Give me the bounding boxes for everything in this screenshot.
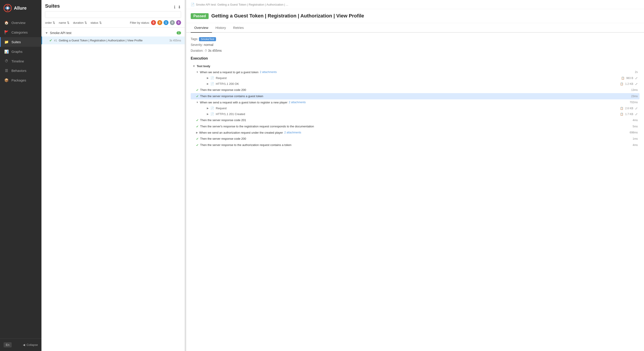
sidebar-item-categories[interactable]: 🚩 Categories — [0, 27, 42, 37]
step5-duration: 4ms — [632, 119, 638, 122]
sidebar-item-behaviors[interactable]: ☰ Behaviors — [0, 66, 42, 75]
fullscreen-icon-4-1[interactable]: ⤢ — [635, 107, 638, 110]
overview-label: Overview — [12, 21, 26, 25]
categories-label: Categories — [12, 30, 28, 34]
step6-check-icon: ✔ — [196, 125, 199, 128]
attachment-1-2-text: HTTP/1.1 200 OK — [216, 82, 239, 85]
file-icon-1-2: 📄 — [210, 82, 214, 85]
step1-duration: 2s — [635, 70, 638, 74]
filter-badge-unknown[interactable]: 0 — [176, 20, 181, 25]
breadcrumb-doc-icon: 📄 — [191, 3, 194, 6]
packages-icon: 📦 — [4, 78, 9, 82]
test-number: #1 — [54, 39, 57, 42]
tab-history[interactable]: History — [212, 23, 230, 33]
content-area: Suites ℹ ⬇ order ⇅ name ⇅ — [42, 0, 644, 351]
test-body-group: ▼ Test body ▼ When we send a request to … — [191, 63, 640, 148]
attachment-row-4-1[interactable]: ▶ 📄 Request 📋 2.6 KB ⤢ — [191, 105, 640, 111]
execution-title: Execution — [191, 56, 640, 60]
sort-status-icon: ⇅ — [99, 21, 102, 24]
step3-text: Then the server response contains a gues… — [200, 94, 263, 98]
suites-toolbar: order ⇅ name ⇅ duration ⇅ status ⇅ — [45, 20, 181, 25]
download-icon[interactable]: ⬇ — [178, 5, 181, 10]
sort-order-button[interactable]: order ⇅ — [45, 21, 55, 24]
step2-check-icon: ✔ — [196, 88, 199, 92]
tab-overview[interactable]: Overview — [191, 23, 212, 33]
step2-text: Then the server response code 200 — [200, 88, 246, 91]
duration-label: duration — [73, 21, 84, 24]
suites-panel: Suites ℹ ⬇ order ⇅ name ⇅ — [42, 0, 185, 351]
fullscreen-icon-1-1[interactable]: ⤢ — [635, 76, 638, 80]
step-row-7[interactable]: ▶ When we send an authorization request … — [191, 130, 640, 136]
language-button[interactable]: En — [4, 342, 12, 348]
sidebar-item-suites[interactable]: 📁 Suites — [0, 37, 42, 47]
test-body-label: Test body — [197, 64, 210, 68]
passed-badge: Passed — [191, 13, 208, 19]
step1-chevron-icon: ▼ — [196, 71, 198, 73]
collapse-button[interactable]: ◀ Collapse — [23, 343, 38, 347]
clock-icon: ⏱ — [204, 49, 207, 52]
file-size-icon-4-1: 📋 — [620, 107, 624, 110]
test-body-header[interactable]: ▼ Test body — [191, 63, 640, 69]
logo-text: Allure — [14, 5, 27, 11]
sidebar-item-timeline[interactable]: ⏱ Timeline — [0, 56, 42, 66]
step-row-1[interactable]: ▼ When we send a request to get a guest … — [191, 69, 640, 75]
filter-badge-failed[interactable]: 0 — [151, 20, 156, 25]
step7-chevron-icon: ▶ — [196, 131, 198, 134]
test-duration: 3s 455ms — [170, 39, 181, 42]
sidebar-item-packages[interactable]: 📦 Packages — [0, 75, 42, 85]
sort-order-icon: ⇅ — [53, 21, 55, 24]
detail-header: Passed Getting a Guest Token | Registrat… — [186, 9, 644, 23]
step-row-6[interactable]: ✔ Then the server's response to the regi… — [191, 123, 640, 130]
timeline-label: Timeline — [12, 59, 24, 63]
behaviors-label: Behaviors — [12, 69, 26, 72]
expand-icon-1-1: ▶ — [207, 76, 208, 79]
severity-label: Severity: — [191, 43, 203, 46]
svg-point-1 — [6, 7, 9, 9]
step9-text: Then the server response to the authoriz… — [200, 143, 292, 147]
step-row-4[interactable]: ▼ When we send a request with a guest to… — [191, 99, 640, 105]
step-row-2[interactable]: ✔ Then the server response code 200 13ms — [191, 87, 640, 93]
sidebar-item-graphs[interactable]: 📊 Graphs — [0, 47, 42, 56]
sort-status-button[interactable]: status ⇅ — [90, 21, 102, 24]
attachment-4-2-size: 1.7 KB — [625, 113, 633, 116]
suite-group-header: ▼ Smoke API test 1 — [42, 29, 185, 36]
step-row-5[interactable]: ✔ Then the server response code 201 4ms — [191, 117, 640, 123]
sort-name-button[interactable]: name ⇅ — [59, 21, 70, 24]
info-icon[interactable]: ℹ — [174, 5, 176, 10]
filter-label: Filter by status: — [130, 21, 150, 24]
tab-retries[interactable]: Retries — [230, 23, 248, 33]
collapse-label: Collapse — [26, 343, 38, 347]
step2-duration: 13ms — [631, 88, 638, 91]
attachment-1-2-size: 1.2 KB — [625, 82, 633, 85]
sidebar-item-overview[interactable]: 🏠 Overview — [0, 18, 42, 27]
step7-attachments: 2 attachments — [284, 131, 301, 134]
filter-badge-skipped[interactable]: 0 — [170, 20, 175, 25]
fullscreen-icon-1-2[interactable]: ⤢ — [635, 82, 638, 86]
step5-check-icon: ✔ — [196, 118, 199, 122]
attachment-row-4-2[interactable]: ▶ 📄 HTTP/1.1 201 Created 📋 1.7 KB ⤢ — [191, 111, 640, 117]
filter-badge-broken[interactable]: 0 — [157, 20, 162, 25]
attachment-row-1-2[interactable]: ▶ 📄 HTTP/1.1 200 OK 📋 1.2 KB ⤢ — [191, 81, 640, 87]
attachment-4-1-size: 2.6 KB — [625, 107, 633, 110]
sort-duration-button[interactable]: duration ⇅ — [73, 21, 87, 24]
test-row[interactable]: ✔ #1 Getting a Guest Token | Registratio… — [42, 36, 185, 44]
step5-text: Then the server response code 201 — [200, 118, 246, 122]
fullscreen-icon-4-2[interactable]: ⤢ — [635, 112, 638, 116]
step7-text: When we send an authorization request un… — [199, 131, 283, 134]
categories-icon: 🚩 — [4, 30, 9, 34]
sidebar-nav: 🏠 Overview 🚩 Categories 📁 Suites 📊 Graph… — [0, 16, 42, 339]
step-row-9[interactable]: ✔ Then the server response to the author… — [191, 142, 640, 148]
detail-title: Getting a Guest Token | Registration | A… — [211, 13, 364, 19]
smoke-tag[interactable]: SmokeTest — [199, 37, 216, 41]
step9-check-icon: ✔ — [196, 143, 199, 147]
step-row-3[interactable]: ✔ Then the server response contains a gu… — [191, 93, 640, 99]
expand-icon-4-1: ▶ — [207, 107, 208, 110]
step8-check-icon: ✔ — [196, 137, 199, 141]
attachment-row-1-1[interactable]: ▶ 📄 Request 📋 983 B ⤢ — [191, 75, 640, 81]
filter-badge-passed[interactable]: 1 — [164, 20, 168, 25]
attachment-4-2-text: HTTP/1.1 201 Created — [216, 112, 245, 116]
group-expand-icon[interactable]: ▼ — [45, 31, 48, 35]
search-input[interactable] — [45, 11, 181, 18]
step-row-8[interactable]: ✔ Then the server response code 200 1ms — [191, 136, 640, 142]
file-icon-4-1: 📄 — [210, 107, 214, 110]
